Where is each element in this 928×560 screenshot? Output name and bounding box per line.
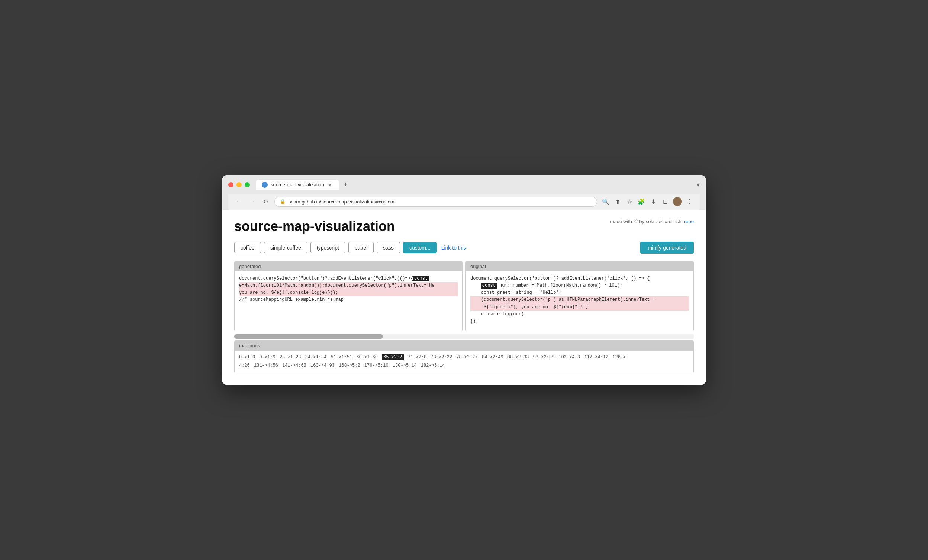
- lock-icon: 🔒: [280, 199, 285, 204]
- mapping-4[interactable]: 51->1:51: [331, 355, 352, 360]
- page-title: source-map-visualization: [234, 219, 395, 234]
- generated-code-line-4: //# sourceMappingURL=example.min.js.map: [239, 296, 458, 304]
- code-panels: generated document.querySelector("button…: [234, 261, 694, 331]
- original-code-line-6: `${"{greet}"}, you are no. ${"{num}"}!`;: [470, 304, 689, 311]
- share-icon[interactable]: ⬆: [614, 197, 622, 206]
- original-code-line-1: document.querySelector('button')?.addEve…: [470, 275, 689, 282]
- new-tab-button[interactable]: +: [340, 180, 351, 190]
- minify-button[interactable]: minify generated: [640, 242, 694, 253]
- mapping-17[interactable]: 131->4:56: [254, 363, 278, 368]
- link-to-this[interactable]: Link to this: [441, 245, 466, 250]
- generated-panel-header: generated: [235, 261, 462, 272]
- mapping-5[interactable]: 60->1:60: [356, 355, 378, 360]
- tab-title: source-map-visualization: [271, 182, 324, 188]
- profile-avatar[interactable]: [673, 197, 682, 206]
- mapping-7[interactable]: 71->2:8: [408, 355, 426, 360]
- preset-typescript-button[interactable]: typescript: [310, 242, 345, 253]
- sidebar-toggle-icon[interactable]: ⊡: [661, 197, 669, 206]
- download-icon[interactable]: ⬇: [649, 197, 657, 206]
- original-code-line-2: const num: number = Math.floor(Math.rand…: [470, 282, 689, 289]
- mapping-0[interactable]: 0->1:0: [239, 355, 255, 360]
- scrollbar-thumb[interactable]: [234, 334, 383, 339]
- original-code-line-8: });: [470, 318, 689, 325]
- generated-code-line-2: e=Math.floor(101*Math.random());document…: [239, 282, 458, 289]
- mapping-11[interactable]: 88->2:33: [508, 355, 529, 360]
- page-content: source-map-visualization made with ♡ by …: [222, 210, 706, 385]
- mapping-6-highlighted[interactable]: 65->2:2: [382, 354, 403, 360]
- original-code-line-7: console.log(num);: [470, 311, 689, 318]
- mappings-header: mappings: [235, 340, 693, 351]
- generated-panel-body: document.querySelector("button")?.addEve…: [235, 272, 462, 331]
- title-bar: source-map-visualization × + ▾ ← → ↻ 🔒 s…: [222, 175, 706, 210]
- preset-babel-button[interactable]: babel: [348, 242, 374, 253]
- generated-code-line-1: document.querySelector("button")?.addEve…: [239, 275, 458, 282]
- preset-sass-button[interactable]: sass: [377, 242, 400, 253]
- original-panel-body: document.querySelector('button')?.addEve…: [466, 272, 693, 331]
- browser-toolbar-icons: 🔍 ⬆ ☆ 🧩 ⬇ ⊡ ⋮: [601, 197, 694, 206]
- tab-close-icon[interactable]: ×: [327, 182, 333, 188]
- scrollbar-track: [234, 334, 694, 339]
- menu-icon[interactable]: ⋮: [685, 197, 694, 206]
- mapping-2[interactable]: 23->1:23: [279, 355, 301, 360]
- original-code-line-3: const greet: string = 'Hello';: [470, 289, 689, 296]
- title-bar-top: source-map-visualization × + ▾: [228, 180, 700, 190]
- mapping-19[interactable]: 163->4:93: [310, 363, 334, 368]
- mapping-16[interactable]: 4:26: [239, 363, 250, 368]
- url-bar[interactable]: 🔒 sokra.github.io/source-map-visualizati…: [275, 197, 597, 207]
- minimize-button[interactable]: [237, 182, 242, 188]
- made-with-text: made with ♡ by sokra & paulirish.: [610, 219, 683, 224]
- mapping-10[interactable]: 84->2:49: [482, 355, 504, 360]
- original-panel-header: original: [466, 261, 693, 272]
- preset-toolbar: coffee simple-coffee typescript babel sa…: [234, 242, 694, 253]
- mapping-8[interactable]: 73->2:22: [430, 355, 452, 360]
- preset-coffee-button[interactable]: coffee: [234, 242, 261, 253]
- mappings-body: 0->1:0 9->1:9 23->1:23 34->1:34 51->1:51…: [235, 351, 693, 372]
- extension-icon[interactable]: 🧩: [637, 197, 646, 206]
- mapping-21[interactable]: 176->5:10: [364, 363, 389, 368]
- url-text: sokra.github.io/source-map-visualization…: [288, 199, 592, 204]
- preset-simple-coffee-button[interactable]: simple-coffee: [264, 242, 307, 253]
- preset-custom-button[interactable]: custom...: [403, 242, 437, 253]
- tab-favicon: [262, 182, 268, 188]
- traffic-lights: [228, 182, 250, 188]
- tab-bar: source-map-visualization × + ▾: [256, 180, 700, 190]
- search-icon[interactable]: 🔍: [601, 197, 610, 206]
- forward-button[interactable]: →: [247, 197, 256, 206]
- mapping-18[interactable]: 141->4:68: [282, 363, 306, 368]
- bookmark-icon[interactable]: ☆: [625, 197, 633, 206]
- maximize-button[interactable]: [245, 182, 250, 188]
- close-button[interactable]: [228, 182, 234, 188]
- original-code-line-5: (document.querySelector('p') as HTMLPara…: [470, 296, 689, 304]
- mapping-13[interactable]: 103->4:3: [559, 355, 580, 360]
- const-highlight-orig: const: [481, 282, 497, 288]
- mapping-12[interactable]: 93->2:38: [533, 355, 555, 360]
- mappings-panel: mappings 0->1:0 9->1:9 23->1:23 34->1:34…: [234, 340, 694, 373]
- repo-link[interactable]: repo: [684, 219, 694, 224]
- mapping-1[interactable]: 9->1:9: [259, 355, 275, 360]
- address-bar: ← → ↻ 🔒 sokra.github.io/source-map-visua…: [228, 194, 700, 210]
- mapping-14[interactable]: 112->4:12: [584, 355, 608, 360]
- mapping-23[interactable]: 182->5:14: [421, 363, 445, 368]
- mapping-15[interactable]: 126->: [612, 355, 626, 360]
- mapping-3[interactable]: 34->1:34: [305, 355, 327, 360]
- mapping-22[interactable]: 180->5:14: [392, 363, 417, 368]
- page-header: source-map-visualization made with ♡ by …: [234, 219, 694, 234]
- browser-window: source-map-visualization × + ▾ ← → ↻ 🔒 s…: [222, 175, 706, 385]
- generated-code-line-3: you are no. ${e}!`,console.log(e)}));: [239, 289, 458, 296]
- active-tab[interactable]: source-map-visualization ×: [256, 180, 339, 190]
- const-highlight: const: [413, 276, 429, 281]
- back-button[interactable]: ←: [234, 197, 243, 206]
- refresh-button[interactable]: ↻: [261, 197, 270, 206]
- mapping-9[interactable]: 78->2:27: [456, 355, 478, 360]
- tab-dropdown-icon[interactable]: ▾: [697, 181, 700, 188]
- original-panel: original document.querySelector('button'…: [466, 261, 694, 331]
- made-with: made with ♡ by sokra & paulirish. repo: [610, 219, 694, 224]
- generated-panel: generated document.querySelector("button…: [234, 261, 462, 331]
- mapping-20[interactable]: 168->5:2: [339, 363, 360, 368]
